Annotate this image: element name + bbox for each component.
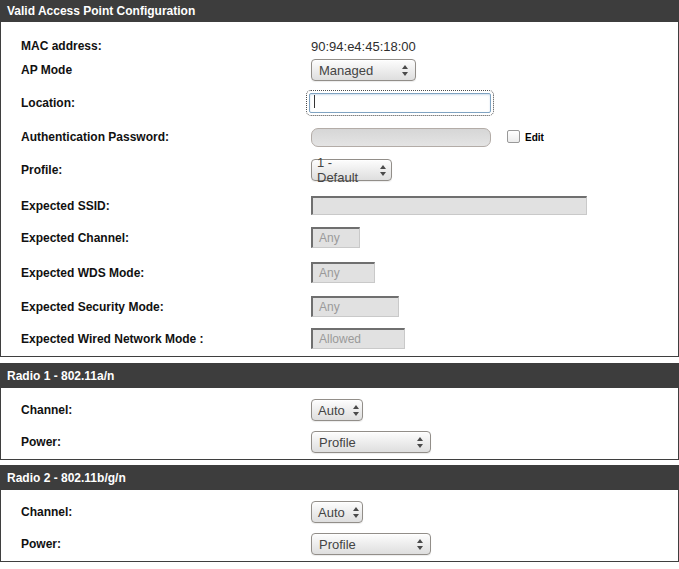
- expected-wired-network-mode-input: Allowed: [311, 328, 405, 349]
- location-label: Location:: [21, 96, 75, 110]
- mac-address-label: MAC address:: [21, 39, 102, 53]
- radio2-channel-select[interactable]: Auto: [311, 501, 363, 523]
- section-header-radio-1: Radio 1 - 802.11a/n: [0, 363, 679, 388]
- expected-channel-row: Expected Channel: Any: [1, 227, 678, 248]
- expected-wds-mode-row: Expected WDS Mode: Any: [1, 262, 678, 283]
- radio1-power-select[interactable]: Profile: [311, 431, 431, 453]
- location-input[interactable]: [309, 93, 491, 113]
- authentication-password-input: [311, 128, 491, 147]
- profile-selected-value: 1 - Default: [317, 155, 372, 185]
- expected-channel-input: Any: [311, 227, 360, 248]
- radio2-power-select[interactable]: Profile: [311, 533, 431, 555]
- expected-ssid-input: [311, 196, 587, 215]
- radio1-power-row: Power: Profile: [1, 431, 678, 453]
- expected-security-mode-label: Expected Security Mode:: [21, 300, 164, 314]
- profile-select[interactable]: 1 - Default: [311, 159, 392, 181]
- mac-address-row: MAC address: 90:94:e4:45:18:00: [1, 35, 678, 57]
- expected-channel-label: Expected Channel:: [21, 231, 129, 245]
- radio1-channel-selected-value: Auto: [318, 403, 345, 418]
- section-valid-ap-configuration: Valid Access Point Configuration MAC add…: [0, 0, 679, 357]
- mac-address-value: 90:94:e4:45:18:00: [311, 39, 416, 54]
- radio1-power-label: Power:: [21, 435, 61, 449]
- valid-ap-configuration-body: MAC address: 90:94:e4:45:18:00 AP Mode M…: [0, 22, 679, 357]
- radio-1-body: Channel: Auto Power: Profile: [0, 388, 679, 460]
- expected-ssid-row: Expected SSID:: [1, 196, 678, 215]
- edit-checkbox-label[interactable]: Edit: [525, 132, 544, 143]
- radio2-power-row: Power: Profile: [1, 533, 678, 555]
- expected-wds-mode-label: Expected WDS Mode:: [21, 266, 144, 280]
- section-header-radio-2: Radio 2 - 802.11b/g/n: [0, 465, 679, 490]
- radio1-channel-select[interactable]: Auto: [311, 399, 363, 421]
- radio1-channel-row: Channel: Auto: [1, 399, 678, 421]
- section-radio-1: Radio 1 - 802.11a/n Channel: Auto Power:…: [0, 363, 679, 460]
- radio1-channel-label: Channel:: [21, 403, 72, 417]
- ap-mode-label: AP Mode: [21, 63, 72, 77]
- authentication-password-label: Authentication Password:: [21, 130, 169, 144]
- profile-row: Profile: 1 - Default: [1, 159, 678, 181]
- expected-security-mode-row: Expected Security Mode: Any: [1, 296, 678, 317]
- section-title: Radio 1 - 802.11a/n: [7, 369, 114, 383]
- spinner-arrows-icon: [417, 539, 423, 550]
- spinner-arrows-icon: [353, 405, 359, 416]
- location-row: Location:: [1, 91, 678, 115]
- radio1-power-selected-value: Profile: [319, 435, 356, 450]
- text-caret: [314, 95, 315, 108]
- expected-ssid-label: Expected SSID:: [21, 199, 110, 213]
- expected-wds-mode-input: Any: [311, 262, 375, 283]
- expected-security-mode-input: Any: [311, 296, 399, 317]
- spinner-arrows-icon: [353, 507, 359, 518]
- radio2-channel-selected-value: Auto: [318, 505, 345, 520]
- profile-label: Profile:: [21, 163, 62, 177]
- radio-2-body: Channel: Auto Power: Profile: [0, 490, 679, 562]
- spinner-arrows-icon: [417, 437, 423, 448]
- authentication-password-row: Authentication Password: Edit: [1, 127, 678, 147]
- radio2-channel-row: Channel: Auto: [1, 501, 678, 523]
- expected-wired-network-mode-label: Expected Wired Network Mode :: [21, 332, 204, 346]
- spinner-arrows-icon: [402, 65, 408, 76]
- radio2-power-selected-value: Profile: [319, 537, 356, 552]
- ap-mode-row: AP Mode Managed: [1, 59, 678, 81]
- spinner-arrows-icon: [380, 165, 386, 176]
- section-title: Valid Access Point Configuration: [7, 4, 195, 18]
- ap-mode-select[interactable]: Managed: [311, 59, 416, 81]
- section-title: Radio 2 - 802.11b/g/n: [7, 471, 126, 485]
- edit-checkbox[interactable]: [507, 130, 520, 143]
- section-header-valid-ap-configuration: Valid Access Point Configuration: [0, 0, 679, 22]
- radio2-power-label: Power:: [21, 537, 61, 551]
- section-radio-2: Radio 2 - 802.11b/g/n Channel: Auto Powe…: [0, 465, 679, 562]
- expected-wired-network-mode-row: Expected Wired Network Mode : Allowed: [1, 328, 678, 349]
- radio2-channel-label: Channel:: [21, 505, 72, 519]
- ap-mode-selected-value: Managed: [319, 63, 373, 78]
